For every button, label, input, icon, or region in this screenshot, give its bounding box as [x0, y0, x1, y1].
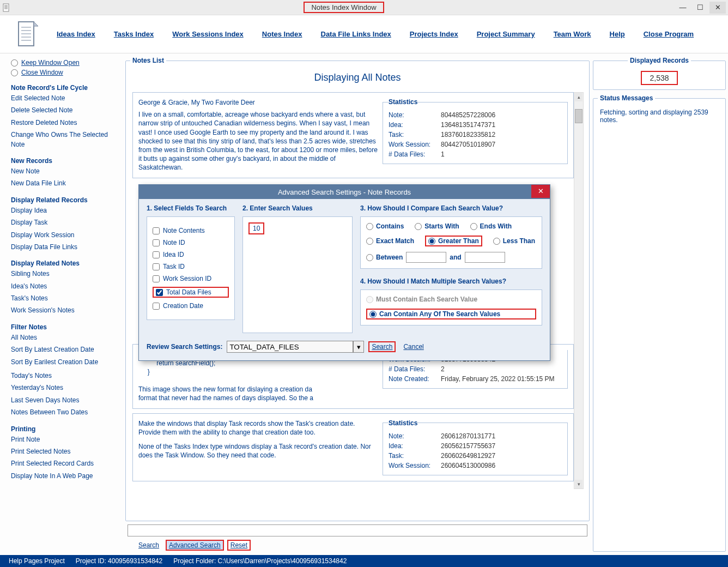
search-value[interactable]: 10	[248, 222, 264, 234]
section-compare: 3. How Should I Compare Each Search Valu…	[360, 204, 542, 212]
review-settings-combo[interactable]	[227, 341, 353, 353]
section-new-records: New Records	[11, 157, 119, 165]
link-delete-selected-note[interactable]: Delete Selected Note	[11, 106, 119, 115]
radio-can-contain-any[interactable]: Can Contain Any Of The Search Values	[366, 309, 536, 319]
dialog-search-button[interactable]: Search	[368, 341, 396, 352]
svg-marker-6	[34, 22, 38, 26]
stats-legend: Statistics	[389, 98, 417, 106]
nav-help[interactable]: Help	[610, 30, 625, 38]
nav-data-file-links-index[interactable]: Data File Links Index	[321, 30, 391, 38]
link-display-idea[interactable]: Display Idea	[11, 206, 119, 215]
chk-creation-date[interactable]: Creation Date	[153, 302, 229, 310]
maximize-button[interactable]: ☐	[692, 2, 708, 14]
link-all-notes[interactable]: All Notes	[11, 333, 119, 342]
radio-ends-with[interactable]: Ends With	[470, 222, 512, 230]
radio-greater-than[interactable]: Greater Than	[425, 236, 482, 246]
link-sibling-notes[interactable]: Sibling Notes	[11, 269, 119, 279]
link-change-owner[interactable]: Change Who Owns The Selected Note	[11, 130, 119, 149]
dialog-cancel-button[interactable]: Cancel	[400, 342, 427, 352]
notes-scrollbar[interactable]: ▴▾	[574, 92, 584, 489]
radio-between[interactable]: Between	[366, 254, 403, 261]
link-work-sessions-notes[interactable]: Work Session's Notes	[11, 306, 119, 315]
status-messages-box: Status Messages Fetching, sorting and di…	[593, 94, 726, 552]
link-sort-latest[interactable]: Sort By Latest Creation Date	[11, 345, 119, 354]
chk-note-contents[interactable]: Note Contents	[153, 227, 229, 234]
advanced-search-dialog: Advanced Search Settings - Note Records …	[138, 184, 550, 361]
note-title: George & Gracie, My Two Favorite Deer	[138, 98, 378, 107]
section-filter-notes: Filter Notes	[11, 323, 119, 331]
keep-window-open-radio[interactable]: Keep Window Open	[11, 59, 119, 67]
section-select-fields: 1. Select Fields To Search	[147, 204, 235, 212]
between-from-input[interactable]	[406, 252, 446, 263]
note-card[interactable]: Make the windows that display Task recor…	[132, 413, 574, 481]
radio-less-than[interactable]: Less Than	[493, 236, 535, 246]
nav-close-program[interactable]: Close Program	[644, 30, 694, 38]
close-window-radio[interactable]: Close Window	[11, 69, 119, 76]
review-settings-dropdown-button[interactable]: ▾	[353, 341, 364, 353]
radio-contains[interactable]: Contains	[366, 222, 404, 230]
link-last-seven-days[interactable]: Last Seven Days Notes	[11, 396, 119, 405]
nav-tasks-index[interactable]: Tasks Index	[114, 30, 154, 38]
stats-legend: Statistics	[389, 419, 417, 427]
link-todays-notes[interactable]: Today's Notes	[11, 371, 119, 381]
radio-exact-match[interactable]: Exact Match	[366, 236, 414, 246]
link-notes-between-dates[interactable]: Notes Between Two Dates	[11, 408, 119, 417]
footer-project-folder: C:\Users\Darren\Projects\400956931534842	[218, 557, 347, 565]
link-display-note-in-web-page[interactable]: Display Note In A Web Page	[11, 472, 119, 481]
dialog-titlebar: Advanced Search Settings - Note Records …	[139, 185, 550, 199]
search-button[interactable]: Search	[135, 540, 162, 550]
displayed-records-box: Displayed Records 2,538	[593, 57, 726, 90]
window-titlebar: Notes Index Window — ☐ ✕	[0, 0, 728, 15]
section-display-related-records: Display Related Records	[11, 196, 119, 204]
advanced-search-button[interactable]: Advanced Search	[166, 540, 224, 551]
nav-team-work[interactable]: Team Work	[554, 30, 591, 38]
link-print-note[interactable]: Print Note	[11, 435, 119, 444]
minimize-button[interactable]: —	[675, 2, 691, 14]
app-icon	[2, 3, 11, 12]
radio-must-contain-each: Must Contain Each Search Value	[366, 295, 536, 303]
radio-starts-with[interactable]: Starts With	[415, 222, 459, 230]
link-new-data-file-link[interactable]: New Data File Link	[11, 179, 119, 188]
link-display-data-file-links[interactable]: Display Data File Links	[11, 243, 119, 252]
link-display-work-session[interactable]: Display Work Session	[11, 231, 119, 240]
link-display-task[interactable]: Display Task	[11, 218, 119, 227]
dialog-close-button[interactable]: ✕	[531, 185, 550, 198]
quick-search-input[interactable]	[128, 524, 587, 536]
status-message: Fetching, sorting and displaying 2539 no…	[598, 106, 721, 126]
nav-notes-index[interactable]: Notes Index	[262, 30, 302, 38]
footer-project-id: 400956931534842	[108, 557, 162, 565]
chk-total-data-files[interactable]: Total Data Files	[153, 287, 229, 298]
notes-heading: Displaying All Notes	[130, 72, 585, 83]
notes-list-legend: Notes List	[130, 57, 166, 64]
note-card[interactable]: George & Gracie, My Two Favorite Deer I …	[132, 92, 574, 178]
chk-idea-id[interactable]: Idea ID	[153, 251, 229, 258]
link-tasks-notes[interactable]: Task's Notes	[11, 294, 119, 303]
nav-work-sessions-index[interactable]: Work Sessions Index	[172, 30, 244, 38]
link-ideas-notes[interactable]: Idea's Notes	[11, 282, 119, 291]
link-sort-earliest[interactable]: Sort By Earilest Creation Date	[11, 358, 119, 367]
sidebar: Keep Window Open Close Window Note Recor…	[0, 53, 122, 555]
chk-note-id[interactable]: Note ID	[153, 239, 229, 246]
link-new-note[interactable]: New Note	[11, 167, 119, 176]
link-yesterdays-notes[interactable]: Yesterday's Notes	[11, 383, 119, 393]
section-display-related-notes: Display Related Notes	[11, 260, 119, 267]
section-printing: Printing	[11, 425, 119, 433]
footer-help[interactable]: Help Pages Project	[9, 557, 65, 565]
status-footer: Help Pages Project Project ID: 400956931…	[0, 555, 728, 567]
link-print-selected-record-cards[interactable]: Print Selected Record Cards	[11, 459, 119, 468]
between-to-input[interactable]	[465, 252, 505, 263]
link-print-selected-notes[interactable]: Print Selected Notes	[11, 447, 119, 456]
chk-task-id[interactable]: Task ID	[153, 263, 229, 270]
section-lifecycle: Note Record's Life Cycle	[11, 84, 119, 92]
nav-projects-index[interactable]: Projects Index	[410, 30, 458, 38]
chk-work-session-id[interactable]: Work Session ID	[153, 275, 229, 282]
nav-ideas-index[interactable]: Ideas Index	[57, 30, 95, 38]
note-body: None of the Tasks Index type windows dis…	[138, 442, 378, 460]
nav-project-summary[interactable]: Project Summary	[477, 30, 535, 38]
link-edit-selected-note[interactable]: Edit Selected Note	[11, 94, 119, 103]
reset-button[interactable]: Reset	[227, 540, 251, 551]
note-title: Make the windows that display Task recor…	[138, 419, 378, 437]
section-match-multiple: 4. How Should I Match Multiple Search Va…	[360, 278, 542, 285]
close-window-button[interactable]: ✕	[709, 2, 726, 14]
link-restore-deleted-notes[interactable]: Restore Deleted Notes	[11, 118, 119, 128]
